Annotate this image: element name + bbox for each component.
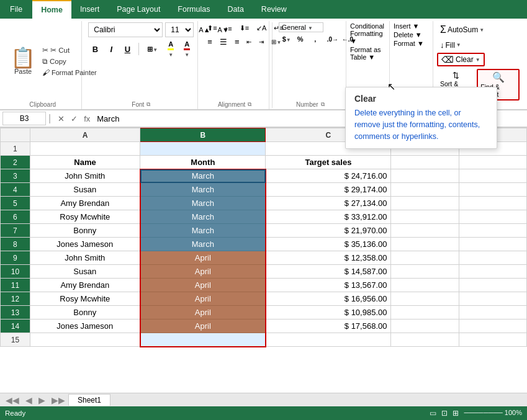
font-expand-icon[interactable]: ⧉	[146, 101, 150, 108]
tab-data[interactable]: Data	[218, 0, 252, 19]
cell-e-14[interactable]	[459, 319, 526, 333]
cell-e-4[interactable]	[459, 183, 526, 197]
font-name-select[interactable]: Calibri	[88, 22, 163, 37]
autosum-button[interactable]: Σ AutoSum ▼	[437, 22, 487, 37]
page-layout-view-icon[interactable]: ⊡	[441, 409, 448, 418]
conditional-format-button[interactable]: ConditionalFormatting ▼	[350, 22, 385, 45]
cell-a-13[interactable]: Bonny	[30, 306, 140, 319]
cell-a-14[interactable]: Jones Jameson	[30, 319, 140, 333]
cell-reference-input[interactable]	[2, 112, 46, 125]
sheet-nav-left[interactable]: ◀◀	[2, 394, 22, 406]
col-header-A[interactable]: A	[30, 128, 140, 142]
cell-e-8[interactable]	[459, 238, 526, 251]
row-number-11[interactable]: 11	[1, 279, 30, 292]
cell-b-15[interactable]	[140, 333, 266, 347]
cell-a-8[interactable]: Jones Jameson	[30, 238, 140, 251]
cell-e-3[interactable]	[459, 169, 526, 183]
border-button[interactable]: ⊞▼	[143, 43, 161, 55]
insert-cells-button[interactable]: Insert ▼	[394, 22, 429, 30]
cell-c-8[interactable]: $ 35,136.00	[266, 238, 391, 251]
cell-a-6[interactable]: Rosy Mcwhite	[30, 210, 140, 224]
italic-button[interactable]: I	[104, 43, 118, 56]
col-header-B[interactable]: B	[140, 128, 266, 142]
paste-button[interactable]: 📋 Paste	[7, 22, 38, 101]
align-right-button[interactable]: ≡	[232, 35, 243, 48]
row-number-13[interactable]: 13	[1, 306, 30, 319]
number-expand-icon[interactable]: ⧉	[321, 101, 325, 108]
clear-button[interactable]: ⌫ Clear ▼	[437, 53, 485, 66]
decrease-indent-button[interactable]: ⇤	[243, 37, 254, 47]
alignment-expand-icon[interactable]: ⧉	[248, 101, 251, 108]
row-number-14[interactable]: 14	[1, 319, 30, 333]
cell-a-4[interactable]: Susan	[30, 183, 140, 197]
cell-b-14[interactable]: April	[140, 319, 266, 333]
row-number-2[interactable]: 2	[1, 156, 30, 169]
row-number-5[interactable]: 5	[1, 197, 30, 210]
row-number-1[interactable]: 1	[1, 142, 30, 156]
sheet-nav-right[interactable]: ▶▶	[48, 394, 68, 406]
tab-review[interactable]: Review	[253, 0, 295, 19]
cancel-formula-button[interactable]: ✕	[56, 114, 66, 124]
number-format-select[interactable]: General ▼	[279, 22, 323, 32]
cell-c-2[interactable]: Target sales	[266, 156, 391, 169]
cell-a-5[interactable]: Amy Brendan	[30, 197, 140, 210]
cell-b-1[interactable]	[140, 142, 266, 156]
cell-e-12[interactable]	[459, 292, 526, 306]
cell-e-2[interactable]	[459, 156, 526, 169]
cell-c-3[interactable]: $ 24,716.00	[266, 169, 391, 183]
cell-e-11[interactable]	[459, 279, 526, 292]
row-number-9[interactable]: 9	[1, 251, 30, 265]
percent-button[interactable]: %	[294, 34, 307, 45]
fill-button[interactable]: ↓ Fill ▼	[437, 38, 464, 51]
cell-d-4[interactable]	[391, 183, 459, 197]
tab-home[interactable]: Home	[32, 0, 71, 19]
cell-a-12[interactable]: Rosy Mcwhite	[30, 292, 140, 306]
cell-e-7[interactable]	[459, 224, 526, 238]
row-number-8[interactable]: 8	[1, 238, 30, 251]
cell-b-8[interactable]: March	[140, 238, 266, 251]
cell-d-14[interactable]	[391, 319, 459, 333]
page-break-view-icon[interactable]: ⊞	[453, 409, 459, 418]
cell-d-6[interactable]	[391, 210, 459, 224]
cell-e-15[interactable]	[459, 333, 526, 347]
insert-function-button[interactable]: fx	[82, 114, 92, 124]
cell-d-8[interactable]	[391, 238, 459, 251]
cell-d-13[interactable]	[391, 306, 459, 319]
align-top-button[interactable]: ⬆≡	[204, 22, 220, 34]
cell-b-3[interactable]: March	[140, 169, 266, 183]
cell-e-13[interactable]	[459, 306, 526, 319]
cell-b-5[interactable]: March	[140, 197, 266, 210]
increase-indent-button[interactable]: ⇥	[256, 37, 267, 47]
cell-a-15[interactable]	[30, 333, 140, 347]
underline-button[interactable]: U	[120, 43, 134, 56]
cell-d-11[interactable]	[391, 279, 459, 292]
tab-insert[interactable]: Insert	[71, 0, 108, 19]
cell-d-5[interactable]	[391, 197, 459, 210]
row-number-12[interactable]: 12	[1, 292, 30, 306]
row-number-3[interactable]: 3	[1, 169, 30, 183]
row-number-7[interactable]: 7	[1, 224, 30, 238]
cell-b-2[interactable]: Month	[140, 156, 266, 169]
sheet-nav-next[interactable]: ▶	[35, 394, 48, 406]
row-number-4[interactable]: 4	[1, 183, 30, 197]
tab-file[interactable]: File	[0, 0, 32, 19]
cell-b-6[interactable]: March	[140, 210, 266, 224]
cell-c-9[interactable]: $ 12,358.00	[266, 251, 391, 265]
cell-b-11[interactable]: April	[140, 279, 266, 292]
cell-b-4[interactable]: March	[140, 183, 266, 197]
cell-c-11[interactable]: $ 13,567.00	[266, 279, 391, 292]
format-cells-button[interactable]: Format ▼	[394, 40, 429, 47]
cell-c-5[interactable]: $ 27,134.00	[266, 197, 391, 210]
cell-e-6[interactable]	[459, 210, 526, 224]
cell-d-3[interactable]	[391, 169, 459, 183]
zoom-slider[interactable]: ──────── 100%	[464, 409, 522, 418]
cell-a-1[interactable]	[30, 142, 140, 156]
cell-c-15[interactable]	[266, 333, 391, 347]
cell-d-10[interactable]	[391, 265, 459, 279]
cell-c-4[interactable]: $ 29,174.00	[266, 183, 391, 197]
cell-a-11[interactable]: Amy Brendan	[30, 279, 140, 292]
cell-d-7[interactable]	[391, 224, 459, 238]
bold-button[interactable]: B	[88, 43, 102, 56]
cell-b-10[interactable]: April	[140, 265, 266, 279]
cell-e-9[interactable]	[459, 251, 526, 265]
